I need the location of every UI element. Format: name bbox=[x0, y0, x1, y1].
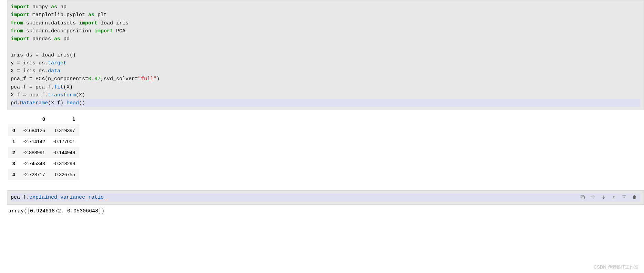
code-line[interactable]: import pandas as pd bbox=[11, 35, 640, 43]
cell-value: 0.326755 bbox=[49, 169, 79, 180]
copy-icon[interactable] bbox=[580, 194, 585, 201]
cell-value: -2.728717 bbox=[19, 169, 49, 180]
table-row: 3-2.745343-0.318299 bbox=[8, 158, 79, 169]
code-line[interactable]: import matplotlib.pyplot as plt bbox=[11, 11, 640, 19]
cell-value: -2.745343 bbox=[19, 158, 49, 169]
code-line[interactable]: iris_ds = load_iris() bbox=[11, 51, 640, 59]
arrow-up-icon[interactable] bbox=[590, 194, 596, 201]
row-index: 4 bbox=[8, 169, 19, 180]
cell-value: 0.319397 bbox=[49, 125, 79, 136]
code-line[interactable]: from sklearn.decomposition import PCA bbox=[11, 27, 640, 35]
cell-value: -2.714142 bbox=[19, 136, 49, 147]
cell-toolbar bbox=[580, 194, 644, 201]
row-index: 3 bbox=[8, 158, 19, 169]
cell-value: -0.144949 bbox=[49, 147, 79, 158]
output-cell: array([0.92461872, 0.05306648]) bbox=[0, 205, 644, 218]
code-line[interactable]: from sklearn.datasets import load_iris bbox=[11, 19, 640, 27]
run-below-icon[interactable] bbox=[621, 194, 627, 201]
code-line[interactable]: pca_f = pca_f.fit(X) bbox=[11, 83, 640, 91]
arrow-down-icon[interactable] bbox=[601, 194, 606, 201]
prompt-area bbox=[2, 0, 7, 110]
svg-rect-0 bbox=[582, 196, 584, 199]
code-line[interactable]: pca_f = PCA(n_components=0.97,svd_solver… bbox=[11, 75, 640, 83]
code-line[interactable]: pd.DataFrame(X_f).head() bbox=[11, 99, 640, 107]
code-line[interactable]: import numpy as np bbox=[11, 3, 640, 11]
code-line[interactable]: y = iris_ds.target bbox=[11, 59, 640, 67]
prompt-area bbox=[0, 110, 5, 183]
prompt-area bbox=[2, 190, 7, 204]
dataframe-table: 010-2.6841260.3193971-2.714142-0.1770012… bbox=[8, 114, 79, 180]
text-output: array([0.92461872, 0.05306648]) bbox=[5, 205, 644, 218]
code-line[interactable]: pca_f.explained_variance_ratio_ bbox=[11, 193, 640, 201]
column-header bbox=[8, 114, 19, 125]
table-row: 2-2.888991-0.144949 bbox=[8, 147, 79, 158]
table-row: 0-2.6841260.319397 bbox=[8, 125, 79, 136]
code-cell[interactable]: import numpy as npimport matplotlib.pypl… bbox=[2, 0, 644, 110]
table-row: 1-2.714142-0.177001 bbox=[8, 136, 79, 147]
code-editor[interactable]: import numpy as npimport matplotlib.pypl… bbox=[7, 0, 644, 110]
trash-icon[interactable] bbox=[632, 194, 637, 201]
cell-value: -0.318299 bbox=[49, 158, 79, 169]
code-line[interactable]: X_f = pca_f.transform(X) bbox=[11, 91, 640, 99]
code-line[interactable]: X = iris_ds.data bbox=[11, 67, 640, 75]
output-cell: 010-2.6841260.3193971-2.714142-0.1770012… bbox=[0, 110, 644, 183]
column-header: 0 bbox=[19, 114, 49, 125]
cell-value: -2.888991 bbox=[19, 147, 49, 158]
row-index: 1 bbox=[8, 136, 19, 147]
code-cell[interactable]: pca_f.explained_variance_ratio_ bbox=[2, 190, 644, 204]
row-index: 2 bbox=[8, 147, 19, 158]
dataframe-output: 010-2.6841260.3193971-2.714142-0.1770012… bbox=[5, 110, 644, 183]
row-index: 0 bbox=[8, 125, 19, 136]
cell-value: -2.684126 bbox=[19, 125, 49, 136]
prompt-area bbox=[0, 205, 5, 218]
code-line[interactable] bbox=[11, 43, 640, 51]
table-row: 4-2.7287170.326755 bbox=[8, 169, 79, 180]
code-editor[interactable]: pca_f.explained_variance_ratio_ bbox=[7, 190, 644, 204]
column-header: 1 bbox=[49, 114, 79, 125]
run-above-icon[interactable] bbox=[611, 194, 616, 201]
cell-value: -0.177001 bbox=[49, 136, 79, 147]
